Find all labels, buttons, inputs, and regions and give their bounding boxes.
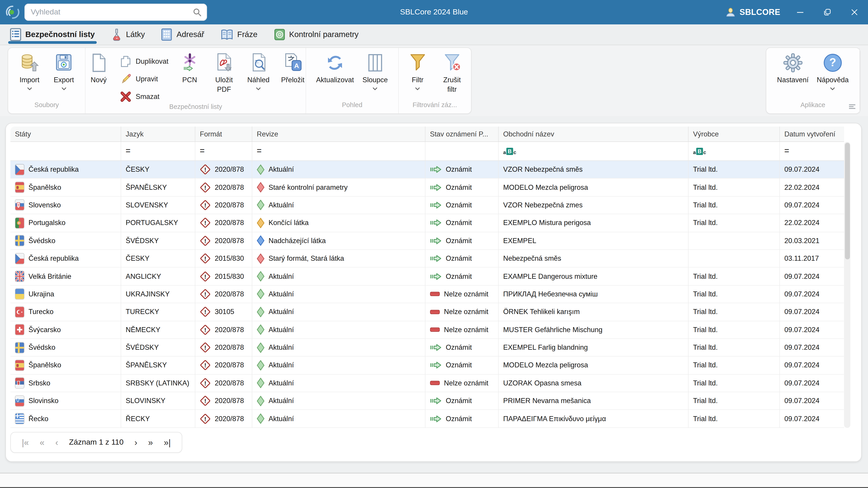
cell-format: !2020/878 bbox=[195, 285, 252, 303]
table-row[interactable]: ŠvédskoŠVÉDSKY!2020/878AktuálníOznámitEX… bbox=[10, 339, 844, 357]
tab-label: Fráze bbox=[237, 30, 257, 39]
ribbon-app-card: Nastavení?NápovědaAplikace bbox=[766, 47, 860, 114]
ribbon-button-nastavení[interactable]: Nastavení bbox=[774, 51, 812, 85]
ribbon-button-label: PDF bbox=[217, 85, 231, 94]
equals-filter-icon: = bbox=[784, 147, 789, 156]
table-row[interactable]: TureckoTURECKY!30105AktuálníNelze oznámi… bbox=[10, 303, 844, 321]
cell-trade-name: PRIMER Nevarna mešanica bbox=[499, 392, 688, 410]
next-page-button[interactable]: › bbox=[134, 438, 137, 447]
account-button[interactable]: SBLCORE bbox=[725, 7, 780, 17]
table-row[interactable]: ŘeckoŘECKY!2020/878AktuálníOznámitΠΑΡΑΔΕ… bbox=[10, 410, 844, 428]
search-box[interactable] bbox=[24, 4, 207, 21]
table-row[interactable]: SrbskoSRBSKY (LATINKA)!2020/878AktuálníN… bbox=[10, 375, 844, 392]
column-header-jazyk[interactable]: Jazyk bbox=[121, 127, 195, 142]
save-pdf-icon bbox=[214, 52, 234, 74]
tab-kontrolní-parametry[interactable]: Kontrolní parametry bbox=[274, 24, 359, 45]
table-row[interactable]: SlovenskoSLOVENSKY!2020/878AktuálníOznám… bbox=[10, 197, 844, 215]
first-page-button[interactable]: |« bbox=[22, 438, 29, 447]
svg-text:!: ! bbox=[204, 291, 206, 297]
filter-cell-revize[interactable]: = bbox=[252, 142, 426, 161]
tab-bezpečnostní-listy[interactable]: Bezpečnostní listy bbox=[10, 24, 95, 45]
flag-sk-icon bbox=[15, 199, 24, 211]
fast-prev-button[interactable]: « bbox=[40, 438, 44, 447]
table-row[interactable]: ŠvýcarskoNĚMECKY!2020/878AktuálníNelze o… bbox=[10, 321, 844, 339]
ribbon-button-přeložit[interactable]: APřeložit bbox=[276, 51, 309, 85]
abc-filter-icon: aBc bbox=[693, 148, 706, 155]
ribbon-group-label: Soubory bbox=[8, 101, 85, 113]
filter-cell-datum-vytvoření[interactable]: = bbox=[780, 142, 844, 161]
cell-country: Česká republika bbox=[10, 161, 121, 179]
ribbon-button-label: Náhled bbox=[247, 76, 270, 84]
revision-diamond-icon bbox=[257, 360, 265, 370]
ribbon-button-náhled[interactable]: Náhled bbox=[242, 51, 275, 91]
user-icon bbox=[725, 7, 736, 17]
column-header-datum-vytvoření[interactable]: Datum vytvoření bbox=[780, 127, 844, 142]
column-header-formát[interactable]: Formát bbox=[195, 127, 252, 142]
filter-cell-obchodní-název[interactable]: aBc bbox=[499, 142, 688, 161]
tab-látky[interactable]: Látky bbox=[111, 24, 145, 45]
table-row[interactable]: ŠpanělskoŠPANĚLSKY!2020/878AktuálníOznám… bbox=[10, 357, 844, 375]
filter-cell-výrobce[interactable]: aBc bbox=[688, 142, 780, 161]
ribbon-button-zrušitfiltr[interactable]: Zrušitfiltr bbox=[435, 51, 469, 94]
cell-country: Česká republika bbox=[10, 250, 121, 268]
cell-notification-status: Nelze oznámit bbox=[426, 285, 499, 303]
tab-label: Látky bbox=[126, 30, 145, 39]
fast-next-button[interactable]: » bbox=[148, 438, 153, 447]
cell-format: !2020/878 bbox=[195, 410, 252, 428]
ribbon-button-import[interactable]: Import bbox=[13, 51, 46, 91]
ribbon-button-sloupce[interactable]: Sloupce bbox=[359, 51, 392, 91]
column-header-obchodní-název[interactable]: Obchodní název bbox=[499, 127, 688, 142]
table-row[interactable]: SlovinskoSLOVINSKY!2020/878AktuálníOznám… bbox=[10, 392, 844, 410]
ribbon-button-filtr[interactable]: Filtr bbox=[401, 51, 434, 91]
notify-icon bbox=[430, 254, 442, 263]
table-row[interactable]: Česká republikaČESKY!2015/830Starý formá… bbox=[10, 250, 844, 268]
column-header-státy[interactable]: Státy bbox=[10, 127, 121, 142]
titlebar: SBLCore 2024 Blue SBLCORE bbox=[0, 0, 868, 24]
scrollbar-thumb[interactable] bbox=[845, 143, 850, 259]
cell-created-date: 09.07.2024 bbox=[780, 268, 844, 286]
table-row[interactable]: UkrajinaUKRAJINSKY!2020/878AktuálníNelze… bbox=[10, 285, 844, 303]
ribbon-button-uložitpdf[interactable]: UložitPDF bbox=[207, 51, 241, 94]
table-row[interactable]: ŠpanělskoŠPANĚLSKY!2020/878Staré kontrol… bbox=[10, 179, 844, 197]
filter-cell-jazyk[interactable]: = bbox=[121, 142, 195, 161]
column-header-revize[interactable]: Revize bbox=[252, 127, 426, 142]
cell-manufacturer: Trial ltd. bbox=[688, 392, 780, 410]
table-row[interactable]: Velká BritánieANGLICKY!2015/830AktuálníO… bbox=[10, 268, 844, 286]
tab-fráze[interactable]: Fráze bbox=[221, 24, 257, 45]
close-button[interactable] bbox=[841, 0, 868, 24]
table-row[interactable]: Česká republikaČESKY!2020/878AktuálníOzn… bbox=[10, 161, 844, 179]
tab-adresář[interactable]: Adresář bbox=[161, 24, 204, 45]
ribbon-button-upravit[interactable]: Upravit bbox=[120, 72, 168, 86]
import-icon bbox=[20, 52, 39, 74]
table-filter-row: ===aBcaBc= bbox=[10, 142, 844, 161]
filter-cell-státy[interactable] bbox=[10, 142, 121, 161]
ribbon-button-nápověda[interactable]: ?Nápověda bbox=[813, 51, 852, 91]
table-row[interactable]: ŠvédskoŠVÉDSKY!2020/878Nadcházející látk… bbox=[10, 232, 844, 250]
search-input[interactable] bbox=[30, 7, 193, 17]
ribbon-button-export[interactable]: Export bbox=[47, 51, 81, 91]
ribbon-button-aktualizovat[interactable]: Aktualizovat bbox=[312, 51, 358, 85]
column-header-výrobce[interactable]: Výrobce bbox=[688, 127, 780, 142]
equals-filter-icon: = bbox=[257, 147, 261, 156]
last-page-button[interactable]: »| bbox=[164, 438, 170, 447]
filter-cell-stav-oznámení-p[interactable] bbox=[426, 142, 499, 161]
cell-created-date: 09.07.2024 bbox=[780, 410, 844, 428]
maximize-button[interactable] bbox=[814, 0, 841, 24]
cell-revision: Aktuální bbox=[252, 357, 426, 375]
table-header-row: StátyJazykFormátRevizeStav oznámení P...… bbox=[10, 127, 844, 142]
ribbon-button-smazat[interactable]: Smazat bbox=[120, 90, 168, 103]
table-row[interactable]: PortugalskoPORTUGALSKY!2020/878Končící l… bbox=[10, 214, 844, 232]
ribbon-button-nový[interactable]: Nový bbox=[82, 51, 115, 85]
vertical-scrollbar[interactable] bbox=[844, 142, 850, 428]
column-header-stav-oznámení-p[interactable]: Stav oznámení P... bbox=[426, 127, 499, 142]
ribbon-button-duplikovat[interactable]: Duplikovat bbox=[120, 55, 168, 68]
cell-manufacturer bbox=[688, 232, 780, 250]
cell-trade-name: VZOR Nebezpečná zmes bbox=[499, 197, 688, 215]
cell-manufacturer: Trial ltd. bbox=[688, 303, 780, 321]
minimize-button[interactable] bbox=[786, 0, 814, 24]
prev-page-button[interactable]: ‹ bbox=[55, 438, 58, 447]
ribbon-button-pcn[interactable]: PCN bbox=[173, 51, 206, 85]
cell-trade-name: ПРИКЛАД Небезпечна суміш bbox=[499, 285, 688, 303]
filter-cell-formát[interactable]: = bbox=[195, 142, 252, 161]
menu-lines-icon[interactable] bbox=[848, 104, 856, 109]
